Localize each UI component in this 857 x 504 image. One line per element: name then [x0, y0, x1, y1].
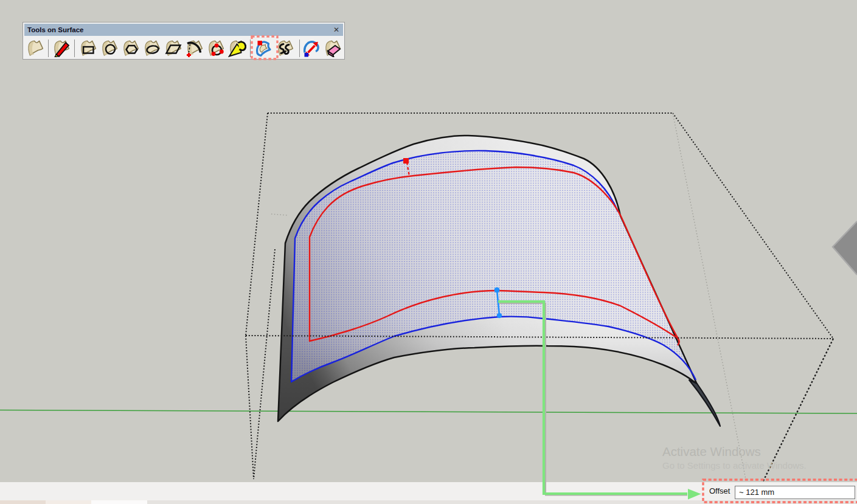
svg-text:Go to Settings to activate Win: Go to Settings to activate Windows. [662, 460, 807, 471]
svg-text:Activate Windows: Activate Windows [662, 444, 761, 458]
